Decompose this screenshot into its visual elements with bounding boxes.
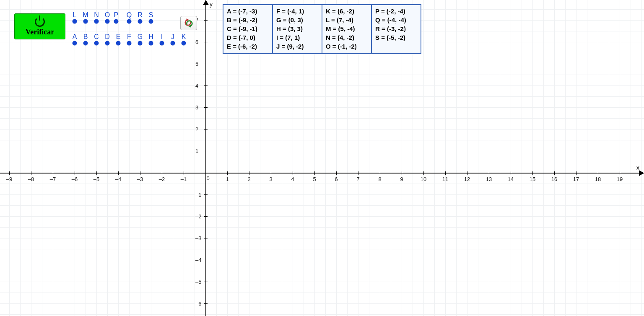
geogebra-stage: x y –9–8–7–6–5–4–3–2–1012345678910111213… (0, 0, 644, 316)
point-label-N: N (94, 11, 99, 19)
coord-row: Q = (-4, -4) (375, 16, 417, 24)
power-icon (35, 17, 45, 27)
x-tick-label: –1 (181, 176, 187, 182)
x-axis-arrow (639, 170, 644, 176)
y-tick-label: –3 (195, 235, 201, 241)
x-tick-label: 16 (551, 176, 557, 182)
x-tick (620, 171, 620, 175)
y-tick (204, 42, 208, 42)
x-tick (358, 171, 358, 175)
point-label-L: L (73, 11, 77, 19)
x-tick-label: –4 (115, 176, 121, 182)
point-label-M: M (83, 11, 88, 19)
x-tick-label: –6 (72, 176, 78, 182)
y-tick-label: 4 (195, 83, 198, 89)
point-D[interactable] (105, 41, 110, 45)
reset-button[interactable] (180, 16, 197, 30)
y-tick (204, 282, 208, 282)
x-tick (423, 171, 424, 175)
coord-row: R = (-3, -2) (375, 24, 417, 33)
x-tick (75, 171, 75, 175)
y-tick (204, 303, 208, 304)
point-E[interactable] (116, 41, 121, 45)
point-N[interactable] (94, 19, 99, 23)
y-tick (204, 85, 208, 86)
point-F[interactable] (127, 41, 132, 45)
point-label-J: J (171, 33, 174, 41)
x-tick (314, 171, 315, 175)
y-tick-label: 2 (195, 126, 198, 132)
y-tick-label: –5 (195, 279, 201, 285)
point-I[interactable] (160, 41, 164, 45)
x-tick (249, 171, 249, 175)
point-B[interactable] (83, 41, 88, 45)
x-tick (271, 171, 271, 175)
x-tick (554, 171, 555, 175)
x-tick (402, 171, 402, 175)
point-label-Q: Q (127, 11, 132, 19)
point-label-E: E (116, 33, 121, 41)
x-tick (53, 171, 53, 175)
point-label-G: G (138, 33, 143, 41)
point-Q[interactable] (127, 19, 132, 23)
x-tick-label: 7 (356, 176, 359, 182)
y-tick (204, 129, 208, 130)
coord-row: B = (-9, -2) (227, 16, 269, 24)
point-C[interactable] (94, 41, 99, 45)
x-tick-label: –8 (28, 176, 34, 182)
point-R[interactable] (138, 19, 143, 23)
coord-row: M = (5, -4) (326, 24, 368, 33)
coord-col-2: F = (-4, 1)G = (0, 3)H = (3, 3)I = (7, 1… (273, 5, 322, 53)
x-tick (576, 171, 576, 175)
point-label-H: H (148, 33, 153, 41)
coord-row: F = (-4, 1) (276, 7, 318, 16)
point-A[interactable] (73, 41, 77, 45)
x-tick (511, 171, 511, 175)
x-tick (293, 171, 293, 175)
x-tick (467, 171, 467, 175)
x-tick-label: 14 (508, 176, 514, 182)
x-tick (9, 171, 10, 175)
x-tick-label: 18 (595, 176, 601, 182)
x-tick-label: 15 (530, 176, 535, 182)
point-label-D: D (105, 33, 110, 41)
point-S[interactable] (149, 19, 153, 23)
y-tick-label: 6 (195, 39, 198, 45)
reset-icon (183, 18, 194, 28)
point-O[interactable] (105, 19, 110, 23)
x-tick-label: 17 (573, 176, 579, 182)
y-tick (204, 64, 208, 64)
x-tick-label: –2 (159, 176, 165, 182)
point-H[interactable] (149, 41, 153, 45)
x-tick-label: –9 (6, 176, 12, 182)
point-G[interactable] (138, 41, 143, 45)
x-tick-label: 6 (335, 176, 338, 182)
y-axis-label: y (210, 1, 213, 8)
x-tick (227, 171, 228, 175)
point-L[interactable] (73, 19, 77, 23)
x-axis-label: x (636, 164, 639, 171)
point-J[interactable] (171, 41, 175, 45)
coord-row: C = (-9, -1) (227, 24, 269, 33)
coord-row: G = (0, 3) (276, 16, 318, 24)
x-tick-label: 1 (226, 176, 229, 182)
x-tick-label: 4 (291, 176, 294, 182)
x-tick-label: 3 (269, 176, 272, 182)
y-tick (204, 216, 208, 217)
x-tick-label: –5 (93, 176, 99, 182)
point-label-O: O (105, 11, 110, 19)
coord-row: E = (-6, -2) (227, 42, 269, 51)
point-M[interactable] (83, 19, 88, 23)
y-tick-label: 3 (195, 104, 198, 111)
y-tick (204, 238, 208, 238)
point-label-I: I (161, 33, 163, 41)
point-K[interactable] (182, 41, 186, 45)
point-label-P: P (114, 11, 118, 19)
verify-button[interactable]: Verificar (14, 13, 65, 39)
coord-row: A = (-7, -3) (227, 7, 269, 16)
y-tick-label: –1 (195, 192, 201, 198)
coord-row: H = (3, 3) (276, 24, 318, 33)
coord-row: O = (-1, -2) (326, 42, 368, 51)
point-P[interactable] (114, 19, 118, 23)
x-tick (31, 171, 31, 175)
